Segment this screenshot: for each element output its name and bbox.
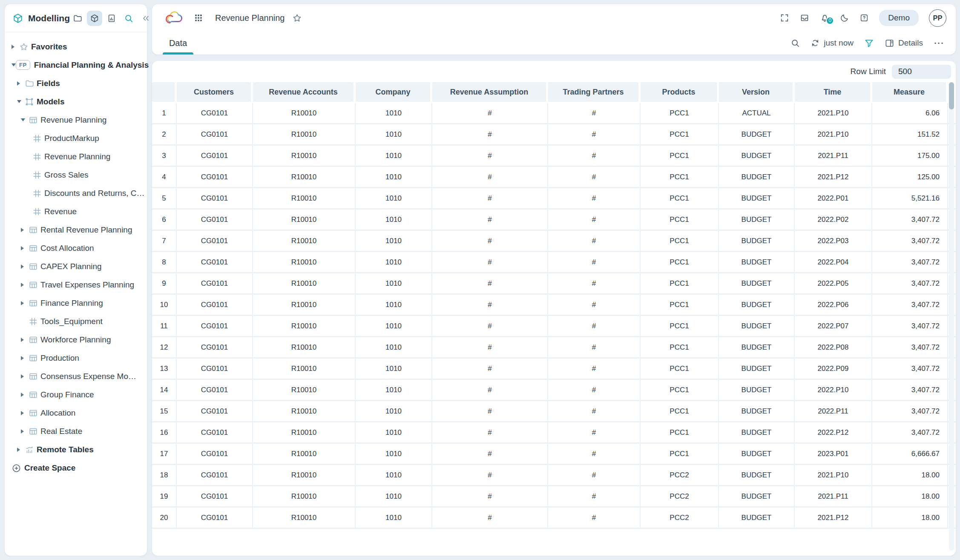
sidebar-item-rental-revenue-planning[interactable]: Rental Revenue Planning [5,221,147,239]
sidebar-item-productmarkup[interactable]: ProductMarkup [5,129,147,147]
sidebar-item-revenue[interactable]: Revenue [5,202,147,221]
sidebar-item-fields[interactable]: Fields [5,74,147,92]
notifications-bell-icon[interactable]: 0 [820,13,830,23]
rainbow-cloud-logo[interactable] [164,10,184,26]
report-icon[interactable] [104,11,119,26]
more-menu-icon[interactable]: ⋯ [934,41,945,45]
table-row[interactable]: 14CG0101R100101010##PCC1BUDGET2022.P103,… [152,380,956,401]
column-header-time[interactable]: Time [795,82,872,102]
inbox-tray-icon[interactable] [799,13,810,23]
user-avatar[interactable]: PP [929,9,946,27]
column-header-customers[interactable]: Customers [177,82,253,102]
sidebar-item-cost-allocation[interactable]: Cost Allocation [5,239,147,257]
environment-badge[interactable]: Demo [879,10,919,26]
help-icon[interactable] [859,13,869,23]
table-row[interactable]: 9CG0101R100101010##PCC1BUDGET2022.P053,4… [152,273,956,295]
table-row[interactable]: 5CG0101R100101010##PCC1BUDGET2022.P015,5… [152,188,956,210]
folder-icon[interactable] [70,11,85,26]
table-row[interactable]: 7CG0101R100101010##PCC1BUDGET2022.P033,4… [152,231,956,252]
sidebar-item-travel-expenses-planning[interactable]: Travel Expenses Planning [5,276,147,294]
sidebar-item-real-estate[interactable]: Real Estate [5,422,147,440]
dark-mode-moon-icon[interactable] [840,13,849,23]
favorite-star-icon[interactable] [292,13,302,23]
chevron-right-icon[interactable] [21,283,29,287]
sidebar-item-capex-planning[interactable]: CAPEX Planning [5,257,147,276]
sidebar-item-revenue-planning[interactable]: Revenue Planning [5,111,147,129]
refresh-button[interactable]: just now [811,38,854,48]
sidebar-item-favorites[interactable]: Favorites [5,37,147,56]
chevron-right-icon[interactable] [21,246,29,250]
sidebar-item-tools-equipment[interactable]: Tools_Equipment [5,312,147,330]
chevron-right-icon[interactable] [21,411,29,415]
chevron-right-icon[interactable] [21,301,29,305]
table-row[interactable]: 19CG0101R100101010##PCC2BUDGET2021.P1118… [152,486,956,508]
chevron-right-icon[interactable] [21,356,29,360]
table-row[interactable]: 2CG0101R100101010##PCC1BUDGET2021.P10151… [152,124,956,146]
details-button[interactable]: Details [885,38,923,48]
search-icon[interactable] [121,11,136,26]
chevron-right-icon[interactable] [21,338,29,342]
sidebar-item-consensus-expense-mo[interactable]: Consensus Expense Mo… [5,367,147,385]
sidebar-item-remote-tables[interactable]: Remote Tables [5,440,147,459]
chevron-right-icon[interactable] [21,264,29,269]
app-grid-icon[interactable] [194,13,203,23]
vertical-scrollbar[interactable] [949,82,954,109]
sidebar-item-group-finance[interactable]: Group Finance [5,385,147,404]
table-row[interactable]: 3CG0101R100101010##PCC1BUDGET2021.P11175… [152,146,956,167]
cell: # [432,444,548,464]
table-row[interactable]: 15CG0101R100101010##PCC1BUDGET2022.P113,… [152,401,956,422]
chevron-right-icon[interactable] [11,45,19,49]
table-row[interactable]: 18CG0101R100101010##PCC2BUDGET2021.P1018… [152,465,956,486]
chevron-right-icon[interactable] [21,393,29,397]
table-row[interactable]: 4CG0101R100101010##PCC1BUDGET2021.P12125… [152,167,956,188]
table-row[interactable]: 13CG0101R100101010##PCC1BUDGET2022.P093,… [152,359,956,380]
table-row[interactable]: 11CG0101R100101010##PCC1BUDGET2022.P073,… [152,316,956,337]
chevron-right-icon[interactable] [17,81,25,86]
column-header-revenue-assumption[interactable]: Revenue Assumption [432,82,548,102]
column-header-company[interactable]: Company [356,82,432,102]
column-header-products[interactable]: Products [641,82,719,102]
table-row[interactable]: 1CG0101R100101010##PCC1ACTUAL2021.P106.0… [152,103,956,124]
chevron-right-icon[interactable] [21,228,29,232]
row-number-cell: 2 [152,124,177,144]
sidebar-item-revenue-planning[interactable]: Revenue Planning [5,147,147,166]
column-header-revenue-accounts[interactable]: Revenue Accounts [253,82,356,102]
sidebar-item-allocation[interactable]: Allocation [5,404,147,422]
table-row[interactable]: 8CG0101R100101010##PCC1BUDGET2022.P043,4… [152,252,956,273]
sidebar-item-workforce-planning[interactable]: Workforce Planning [5,330,147,349]
column-header-measure[interactable]: Measure [872,82,948,102]
sidebar-item-production[interactable]: Production [5,349,147,367]
filter-funnel-icon[interactable] [864,38,874,48]
tab-data[interactable]: Data [163,32,193,55]
cube-icon[interactable] [87,11,102,26]
chevron-down-icon[interactable] [17,100,25,103]
table-row[interactable]: 12CG0101R100101010##PCC1BUDGET2022.P083,… [152,337,956,359]
sidebar-item-discounts-and-returns-c[interactable]: Discounts and Returns, C… [5,184,147,202]
table-row[interactable]: 10CG0101R100101010##PCC1BUDGET2022.P063,… [152,295,956,316]
cell: R10010 [253,146,356,166]
create-space-button[interactable]: Create Space [5,459,147,477]
cell: 3,407.72 [872,316,948,336]
sidebar-item-finance-planning[interactable]: Finance Planning [5,294,147,312]
column-header-trading-partners[interactable]: Trading Partners [548,82,641,102]
collapse-panel-icon[interactable] [138,11,153,26]
sidebar-item-models[interactable]: Models [5,92,147,111]
row-limit-input[interactable]: 500 [892,65,951,79]
column-header-version[interactable]: Version [719,82,795,102]
chevron-down-icon[interactable] [21,118,29,121]
chevron-right-icon[interactable] [17,448,25,452]
chevron-down-icon[interactable] [11,63,16,66]
chevron-right-icon[interactable] [21,429,29,434]
sidebar-item-gross-sales[interactable]: Gross Sales [5,166,147,184]
table-row[interactable]: 16CG0101R100101010##PCC1BUDGET2022.P123,… [152,422,956,444]
table-icon [29,244,40,253]
frame-icon [32,189,44,198]
table-row[interactable]: 6CG0101R100101010##PCC1BUDGET2022.P023,4… [152,210,956,231]
sidebar-item-financial-planning-analysis[interactable]: FPFinancial Planning & Analysis [5,56,147,74]
chevron-right-icon[interactable] [21,374,29,379]
cell: 1010 [356,444,432,464]
table-row[interactable]: 17CG0101R100101010##PCC1BUDGET2023.P016,… [152,444,956,465]
table-row[interactable]: 20CG0101R100101010##PCC2BUDGET2021.P1218… [152,508,956,529]
search-icon[interactable] [790,38,800,48]
fullscreen-icon[interactable] [780,13,789,23]
